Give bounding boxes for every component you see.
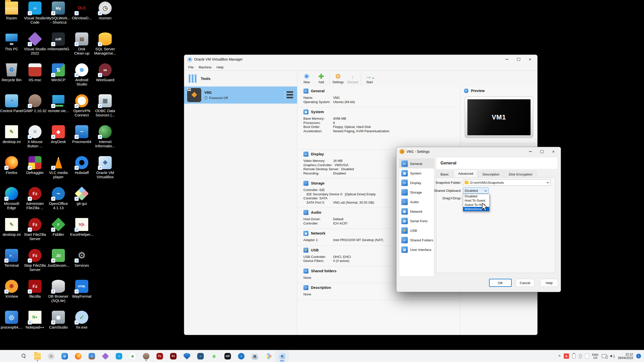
tab-description[interactable]: Description <box>478 171 504 177</box>
desktop-icon-fnr-exe[interactable]: ✓fnr.exe <box>70 311 93 329</box>
taskbar-item-filezilla[interactable]: Fz <box>153 351 167 362</box>
help-button[interactable]: Help <box>540 279 558 287</box>
taskbar-item-gimp[interactable] <box>139 351 153 362</box>
settings-nav-general[interactable]: ▭General <box>399 159 434 168</box>
toolbar-new-button[interactable]: ✳New <box>299 70 314 86</box>
desktop-icon-iis-msc[interactable]: IIS.msc <box>23 63 47 82</box>
desktop-icon-notepad[interactable]: N+Notepad++ <box>23 311 47 329</box>
tab-advanced[interactable]: Advanced <box>454 169 477 177</box>
dropdown-option[interactable]: Host To Guest <box>463 198 489 203</box>
taskbar-item-defender-shield[interactable] <box>180 351 194 362</box>
close-button[interactable] <box>524 55 536 64</box>
desktop-icon-filezilla[interactable]: Fzfilezilla <box>23 280 47 298</box>
desktop-icon-wayformat[interactable]: HTMLWayFormat <box>70 280 93 298</box>
tools-header[interactable]: Tools <box>184 70 297 86</box>
network-tray-icon[interactable] <box>602 354 607 358</box>
desktop-icon-services[interactable]: ⚙Services <box>70 249 93 267</box>
settings-nav-system[interactable]: ▦System <box>399 168 434 178</box>
menu-file[interactable]: File <box>186 65 196 70</box>
taskbar-item-visual-studio[interactable] <box>99 351 112 362</box>
desktop-icon-recycle-bin[interactable]: ♻Recycle Bin <box>0 63 23 82</box>
taskbar-item-odbc[interactable]: ▦ <box>248 351 262 362</box>
desktop-icon-winscp[interactable]: ⇅WinSCP <box>47 63 70 82</box>
desktop-icon-start-filezilla[interactable]: FzStart FileZilla Server <box>23 218 47 241</box>
settings-maximize-button[interactable] <box>536 147 548 156</box>
vm-list-item[interactable]: ❖64 VM1 Powered Off <box>184 86 297 104</box>
desktop-icon-gimp-2-10-32[interactable]: GIMP 2.10.32 <box>23 94 47 113</box>
desktop-icon-this-pc[interactable]: This PC <box>0 32 23 51</box>
dropdown-option[interactable]: Disabled <box>463 194 489 198</box>
desktop-icon-microsoft[interactable]: Microsoft Edge <box>0 187 23 210</box>
tray-expand-chevron[interactable]: ^ <box>558 354 560 358</box>
taskbar-item-procmon[interactable]: ~ <box>194 351 207 362</box>
mouse-tray-icon[interactable] <box>579 354 582 358</box>
language-indicator[interactable]: ENG US <box>592 353 598 359</box>
desktop-icon-camstudio[interactable]: ▣CamStudio <box>47 311 70 329</box>
desktop-icon-hubstaff[interactable]: Hubstaff <box>70 156 93 175</box>
taskbar-item-virtualbox[interactable]: ❖ <box>275 351 289 362</box>
desktop-icon-desktop-ini[interactable]: ✎desktop.ini <box>0 218 23 237</box>
desktop-icon-anydesk[interactable]: ◈AnyDesk <box>47 125 70 144</box>
clock[interactable]: 22:12 26/04/2023 <box>618 353 633 360</box>
toolbar-add-button[interactable]: ✚Add <box>314 70 329 86</box>
desktop-icon-administer[interactable]: FzAdminister FileZilla ... <box>23 187 47 210</box>
settings-close-button[interactable] <box>548 147 559 156</box>
desktop-icon-procmon64[interactable]: ~Procmon64 <box>70 125 93 144</box>
usb-tray-icon[interactable] <box>572 354 576 358</box>
snapshot-folder-combo[interactable]: D:\vm\VM1\Snapshots <box>463 179 551 186</box>
tab-basic[interactable]: Basic <box>436 171 453 177</box>
settings-titlebar[interactable]: ⚙ VM1 - Settings <box>396 147 561 156</box>
desktop-icon-vlc-media[interactable]: VLC media player <box>47 156 70 179</box>
desktop-icon-internet[interactable]: Internet Informatio... <box>94 125 117 148</box>
desktop-icon-resmon[interactable]: ◷resmon <box>94 2 117 20</box>
settings-nav-serial-ports[interactable]: ▤Serial Ports <box>399 216 434 226</box>
cancel-button[interactable]: Cancel <box>516 279 534 287</box>
taskbar-item-resource-monitor[interactable]: ◷ <box>44 351 58 362</box>
taskbar-item-openoffice[interactable]: ~ <box>234 351 248 362</box>
desktop-icon-fiddler[interactable]: FFiddler <box>47 218 70 237</box>
desktop-icon-razen[interactable]: Razen <box>0 2 23 20</box>
desktop-icon-visual-studio[interactable]: Visual Studio 2022 <box>23 32 47 55</box>
taskbar-item-git-gui[interactable] <box>262 351 275 362</box>
minimize-button[interactable] <box>501 55 513 64</box>
desktop-icon-wireguard[interactable]: ∞WireGuard <box>94 63 117 82</box>
desktop-icon-visual-studio[interactable]: ‹›Visual Studio Code <box>23 2 47 24</box>
desktop-icon-procexp64[interactable]: ◎procexp64.... <box>0 311 23 329</box>
manager-titlebar[interactable]: ❖ Oracle VM VirtualBox Manager <box>184 55 537 64</box>
desktop-icon-excelhelper[interactable]: SQLExcelHelper... <box>70 218 93 237</box>
shared-clipboard-combo[interactable]: Disabled <box>463 188 489 194</box>
tab-disk-encryption[interactable]: Disk Encryption <box>505 171 537 177</box>
desktop-icon-firefox[interactable]: Firefox <box>0 156 23 175</box>
menu-help[interactable]: Help <box>214 65 226 70</box>
desktop-icon-disk[interactable]: ▤Disk Clean-up <box>70 32 93 55</box>
taskbar-item-file-explorer[interactable] <box>31 351 44 362</box>
taskbar-item-android-studio[interactable]: ⊛ <box>126 351 139 362</box>
vm-menu-icon[interactable] <box>284 91 293 99</box>
maximize-button[interactable] <box>513 55 524 64</box>
desktop-icon-justdecom[interactable]: JDJustDecom... <box>47 249 70 267</box>
settings-nav-shared-folders[interactable]: ▱Shared Folders <box>399 235 434 245</box>
desktop-icon-control-panel[interactable]: ◔Control Panel <box>0 94 23 113</box>
taskbar-item-notebook[interactable]: ≡ <box>85 351 99 362</box>
menu-machine[interactable]: Machine <box>196 65 214 70</box>
desktop-icon-db-browser[interactable]: DB Browser (SQLite) <box>47 280 70 303</box>
desktop-icon-xnview[interactable]: ✺XnView <box>0 280 23 298</box>
settings-nav-user-interface[interactable]: ▥User Interface <box>399 245 434 254</box>
tray-app-icon[interactable] <box>585 354 589 359</box>
desktop-icon-mysqlwork[interactable]: MyMySQLWork... - Shortcut <box>47 2 70 24</box>
desktop-icon-odbc-data[interactable]: ▦ODBC Data Sources (... <box>94 94 117 117</box>
desktop-icon-oleviewd[interactable]: OLEOleViewD... <box>70 2 93 20</box>
desktop-icon-defraggler[interactable]: Defraggler <box>23 156 47 175</box>
desktop-icon-android[interactable]: ⊛Android Studio <box>70 63 93 86</box>
desktop-icon-terminal[interactable]: >_Terminal <box>0 249 23 267</box>
anydesk-tray-icon[interactable] <box>564 353 569 359</box>
ok-button[interactable]: OK <box>489 279 512 287</box>
desktop-icon-mremoteng[interactable]: mRmRemoteNG <box>47 32 70 51</box>
desktop-icon-stop-filezilla[interactable]: FzStop FileZilla Server <box>23 249 47 272</box>
taskbar-item-search[interactable] <box>17 351 31 362</box>
settings-minimize-button[interactable] <box>525 147 536 156</box>
taskbar-item-start[interactable] <box>4 351 17 362</box>
toolbar-settings-button[interactable]: ⚙Settings <box>331 70 345 86</box>
volume-tray-icon[interactable] <box>610 354 615 358</box>
taskbar-item-mremoteng[interactable]: mR <box>221 351 234 362</box>
